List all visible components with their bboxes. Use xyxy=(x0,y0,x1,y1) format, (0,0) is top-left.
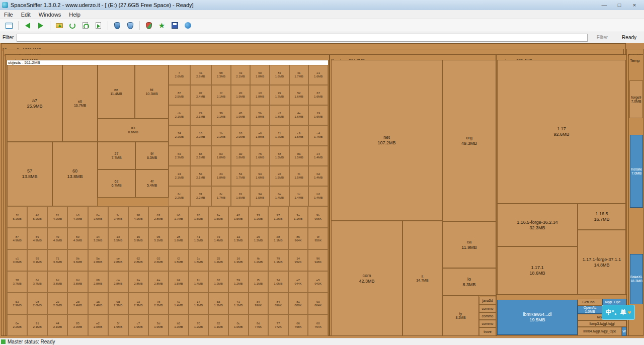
file-box[interactable]: 2d2.4MB xyxy=(67,293,88,314)
file-box[interactable]: 682.8MB xyxy=(88,271,108,293)
file-box[interactable]: 421.5MB xyxy=(228,206,249,228)
file-box[interactable]: 4e1.6MB xyxy=(289,105,309,125)
file-box-1.16.5-forge-36.2.34[interactable]: 1.16.5-forge-36.2.3432.3MB xyxy=(497,204,578,246)
file-box[interactable]: 532.9MB xyxy=(7,293,27,314)
file-box[interactable]: 341.5MB xyxy=(250,186,270,206)
file-box[interactable]: 2c3.4MB xyxy=(108,206,128,228)
file-box-commo[interactable]: commo xyxy=(479,305,496,312)
new-view-button[interactable] xyxy=(3,20,15,31)
file-box[interactable]: 872.5MB xyxy=(169,85,190,105)
file-box[interactable]: 1c1.5MB xyxy=(189,249,209,271)
file-box[interactable]: 6c2.2MB xyxy=(169,186,190,206)
file-box-forge9[interactable]: forge97.0MB xyxy=(629,80,643,118)
file-box-Installe[interactable]: Installe7.0MB xyxy=(630,135,643,208)
file-box-BakaXL[interactable]: BakaXL18.3MB xyxy=(630,254,643,304)
file-box[interactable]: c21.8MB xyxy=(270,105,289,125)
file-box[interactable]: 504.0MB xyxy=(67,228,88,249)
file-box-OpenAL[interactable]: OpenAL1.0MB xyxy=(578,306,602,314)
file-box[interactable]: 953.1MB xyxy=(27,249,47,271)
file-box[interactable]: 242.1MB xyxy=(169,166,190,186)
file-box[interactable]: 541.7MB xyxy=(231,166,251,186)
file-box[interactable]: 731.4MB xyxy=(208,228,228,249)
file-box-1.17[interactable]: 1.1792.6MB xyxy=(497,60,626,204)
file-box[interactable]: 133.5MB xyxy=(108,228,128,249)
file-box[interactable]: 84896K xyxy=(268,293,288,314)
file-box-a7[interactable]: a725.9MB xyxy=(7,65,62,142)
file-box[interactable]: 432.1MB xyxy=(231,65,251,85)
file-box-62[interactable]: 626.7MB xyxy=(98,169,135,198)
file-box[interactable]: c13.6MB xyxy=(7,249,27,271)
file-box[interactable]: 292.1MB xyxy=(190,105,212,125)
file-box[interactable]: 582.3MB xyxy=(211,65,231,85)
file-box-4f[interactable]: 4f5.4MB xyxy=(135,169,169,198)
file-box[interactable]: 81888K xyxy=(288,293,308,314)
file-box[interactable]: 831.6MB xyxy=(270,65,289,85)
file-box[interactable]: 874.9MB xyxy=(7,228,27,249)
file-box[interactable]: e41.4MB xyxy=(308,146,328,166)
file-box[interactable]: 701.2MB xyxy=(189,314,209,336)
file-box[interactable]: 7d1.0MB xyxy=(268,271,288,293)
file-box[interactable]: 542.1MB xyxy=(190,166,212,186)
file-box[interactable]: 1a2.4MB xyxy=(88,293,108,314)
file-box[interactable]: 143.2MB xyxy=(88,228,108,249)
file-box[interactable]: 1a1.3MB xyxy=(228,228,249,249)
file-box[interactable]: 1c1.4MB xyxy=(289,186,309,206)
file-box-1.17.1[interactable]: 1.17.118.6MB xyxy=(497,246,578,295)
file-box[interactable]: 77772K xyxy=(268,314,288,336)
file-box[interactable]: 261.2MB xyxy=(249,228,269,249)
file-box[interactable]: 201.9MB xyxy=(231,85,251,105)
file-box-com[interactable]: com42.3MB xyxy=(331,221,403,336)
menu-windows[interactable]: Windows xyxy=(35,11,65,18)
file-box[interactable]: 90864K xyxy=(308,293,328,314)
file-box-a3[interactable]: a38.6MB xyxy=(98,119,169,142)
file-box-java3d[interactable]: java3d xyxy=(479,297,496,305)
file-box[interactable]: 311.6MB xyxy=(231,186,251,206)
file-box[interactable]: b31.8MB xyxy=(211,146,231,166)
menu-help[interactable]: Help xyxy=(65,11,85,18)
export-button[interactable] xyxy=(92,20,105,31)
parent-folder-button[interactable] xyxy=(53,20,65,31)
file-box[interactable]: 96948K xyxy=(308,249,328,271)
file-box[interactable]: 5a2.8MB xyxy=(88,249,108,271)
star-filter-button[interactable] xyxy=(155,20,168,31)
file-box[interactable]: f51.1MB xyxy=(249,271,269,293)
file-box[interactable]: 5a1.2MB xyxy=(208,293,228,314)
file-box[interactable]: e11.6MB xyxy=(308,65,328,85)
file-box[interactable]: b32.3MB xyxy=(169,146,190,166)
forward-button[interactable] xyxy=(34,20,47,31)
file-box[interactable]: 431.1MB xyxy=(228,293,249,314)
file-box[interactable]: 783.7MB xyxy=(7,271,27,293)
file-box[interactable]: 594.9MB xyxy=(27,228,47,249)
file-box[interactable]: 791.1MB xyxy=(268,249,288,271)
file-box[interactable]: 191.6MB xyxy=(308,105,328,125)
file-box[interactable]: 3a1.1MB xyxy=(288,206,308,228)
file-box[interactable]: c41.7MB xyxy=(308,125,328,145)
file-box[interactable]: b51.3MB xyxy=(169,314,189,336)
file-box-1.16.5[interactable]: 1.16.516.7MB xyxy=(578,204,626,230)
file-box[interactable]: bd1.4MB xyxy=(308,166,328,186)
file-box[interactable]: 232.8MB xyxy=(47,293,67,314)
file-box[interactable]: b62.3MB xyxy=(190,146,212,166)
file-box[interactable]: 0b3.6MB xyxy=(67,249,88,271)
back-button[interactable] xyxy=(21,20,34,31)
file-box[interactable]: 671.6MB xyxy=(308,85,328,105)
file-box[interactable]: 1d3.8MB xyxy=(47,271,67,293)
file-box[interactable]: 14952K xyxy=(288,249,308,271)
file-box[interactable]: d81.1MB xyxy=(268,228,288,249)
file-box-commo[interactable]: commo xyxy=(479,312,496,320)
file-box-inn64.lwjgl.lwjgl_Ope[interactable]: inn64.lwjgl.lwjgl_Ope xyxy=(578,327,622,336)
file-box[interactable]: 465.3MB xyxy=(27,206,47,228)
file-box[interactable]: f21.5MB xyxy=(169,249,189,271)
file-box[interactable]: 161.3MB xyxy=(228,249,249,271)
file-box[interactable]: 451.9MB xyxy=(231,105,251,125)
file-box[interactable]: fb1.5MB xyxy=(289,166,309,186)
file-box[interactable]: 912.1MB xyxy=(27,314,47,336)
menu-edit[interactable]: Edit xyxy=(17,11,35,18)
file-box[interactable]: 5b1.8MB xyxy=(250,105,270,125)
file-box[interactable]: a01.8MB xyxy=(231,146,251,166)
file-box[interactable]: 6d3.7MB xyxy=(27,271,47,293)
refresh-button[interactable] xyxy=(66,20,78,31)
file-box[interactable]: 622.8MB xyxy=(128,249,148,271)
file-box[interactable]: 72.6MB xyxy=(169,65,190,85)
file-box[interactable]: e7944K xyxy=(288,271,308,293)
